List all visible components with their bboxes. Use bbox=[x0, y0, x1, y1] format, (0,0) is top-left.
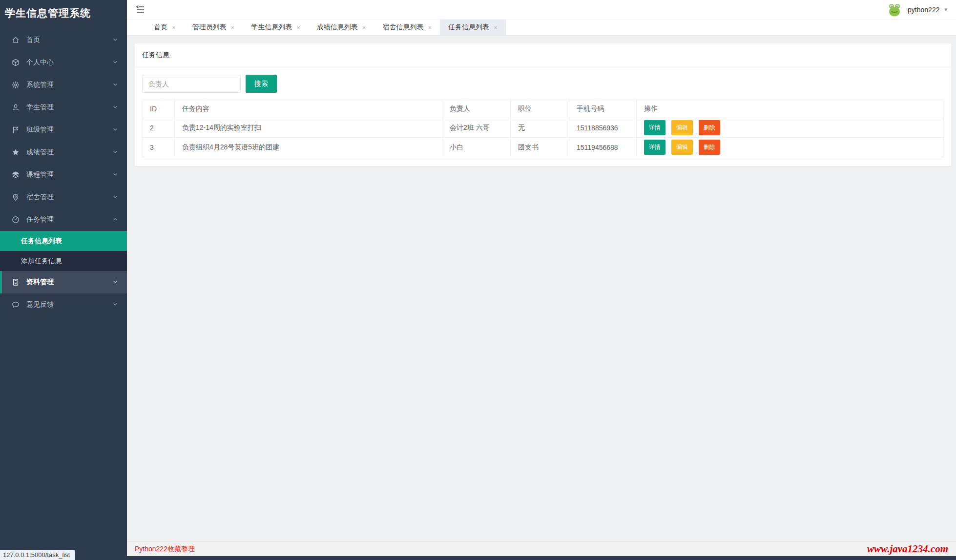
sidebar: 学生信息管理系统 首页 个人中心 系统管理 bbox=[0, 0, 127, 560]
sidebar-item-label: 意见反馈 bbox=[26, 300, 54, 309]
sidebar-item-label: 个人中心 bbox=[26, 58, 54, 67]
close-icon[interactable]: × bbox=[494, 24, 498, 31]
chevron-down-icon bbox=[112, 148, 118, 156]
content-area: 任务信息 搜索 ID 任务内容 bbox=[127, 36, 956, 541]
sidebar-subitem-task-list[interactable]: 任务信息列表 bbox=[0, 231, 127, 251]
card-title: 任务信息 bbox=[135, 43, 951, 67]
col-header-content: 任务内容 bbox=[175, 100, 442, 118]
cell-actions: 详情 编辑 删除 bbox=[637, 138, 944, 157]
footer-left-link[interactable]: Python222收藏整理 bbox=[135, 545, 195, 554]
cell-content: 负责组织4月28号英语5班的团建 bbox=[175, 138, 442, 157]
cell-actions: 详情 编辑 删除 bbox=[637, 118, 944, 138]
chevron-down-icon bbox=[112, 104, 118, 111]
cell-position: 无 bbox=[511, 118, 569, 138]
chevron-down-icon bbox=[112, 301, 118, 309]
cell-id: 2 bbox=[143, 118, 175, 138]
delete-button[interactable]: 删除 bbox=[699, 120, 720, 135]
delete-button[interactable]: 删除 bbox=[699, 140, 720, 155]
top-header: python222 ▾ bbox=[127, 0, 956, 20]
close-icon[interactable]: × bbox=[231, 24, 235, 31]
sidebar-item-label: 首页 bbox=[26, 36, 40, 44]
main-area: python222 ▾ 首页 × 管理员列表 × 学生信息列表 × 成绩信息列表… bbox=[127, 0, 956, 560]
col-header-id: ID bbox=[143, 100, 175, 118]
tab-student-list[interactable]: 学生信息列表 × bbox=[243, 20, 309, 35]
tab-home[interactable]: 首页 × bbox=[145, 20, 184, 35]
sidebar-collapse-icon[interactable] bbox=[135, 4, 145, 15]
sidebar-item-home[interactable]: 首页 bbox=[0, 29, 127, 51]
gauge-icon bbox=[12, 216, 20, 224]
sidebar-item-classes[interactable]: 班级管理 bbox=[0, 119, 127, 141]
tab-label: 首页 bbox=[154, 23, 167, 32]
sidebar-item-feedback[interactable]: 意见反馈 bbox=[0, 293, 127, 316]
chevron-down-icon bbox=[112, 171, 118, 179]
chevron-up-icon bbox=[112, 216, 118, 224]
sidebar-item-label: 宿舍管理 bbox=[26, 193, 54, 202]
task-info-card: 任务信息 搜索 ID 任务内容 bbox=[135, 43, 951, 166]
sidebar-menu: 首页 个人中心 系统管理 学生管理 bbox=[0, 29, 127, 316]
sidebar-item-grades[interactable]: 成绩管理 bbox=[0, 141, 127, 164]
sidebar-subitem-task-add[interactable]: 添加任务信息 bbox=[0, 251, 127, 271]
tab-label: 宿舍信息列表 bbox=[382, 23, 423, 32]
col-header-position: 职位 bbox=[511, 100, 569, 118]
avatar bbox=[886, 1, 903, 18]
doc-icon bbox=[12, 278, 20, 286]
search-button[interactable]: 搜索 bbox=[246, 75, 277, 93]
close-icon[interactable]: × bbox=[362, 24, 366, 31]
chevron-down-icon bbox=[112, 36, 118, 44]
sidebar-item-dorms[interactable]: 宿舍管理 bbox=[0, 186, 127, 208]
detail-button[interactable]: 详情 bbox=[644, 120, 665, 135]
edit-button[interactable]: 编辑 bbox=[671, 140, 693, 155]
table-row: 3 负责组织4月28号英语5班的团建 小白 团支书 15119456688 详情… bbox=[143, 138, 944, 157]
chevron-down-icon: ▾ bbox=[944, 6, 947, 13]
bottom-strip bbox=[127, 556, 956, 560]
col-header-owner: 负责人 bbox=[442, 100, 511, 118]
cube-icon bbox=[12, 59, 20, 66]
user-menu[interactable]: python222 ▾ bbox=[886, 1, 947, 18]
chevron-down-icon bbox=[112, 278, 118, 286]
sidebar-item-tasks[interactable]: 任务管理 bbox=[0, 208, 127, 231]
cell-phone: 15119456688 bbox=[569, 138, 637, 157]
close-icon[interactable]: × bbox=[296, 24, 300, 31]
close-icon[interactable]: × bbox=[428, 24, 432, 31]
chevron-down-icon bbox=[112, 126, 118, 134]
search-row: 搜索 bbox=[142, 75, 944, 93]
tab-admin-list[interactable]: 管理员列表 × bbox=[184, 20, 243, 35]
flag-icon bbox=[12, 126, 20, 134]
home-icon bbox=[12, 36, 20, 44]
cell-owner: 小白 bbox=[442, 138, 511, 157]
sidebar-item-system[interactable]: 系统管理 bbox=[0, 74, 127, 96]
tab-label: 成绩信息列表 bbox=[317, 23, 358, 32]
app-title: 学生信息管理系统 bbox=[0, 0, 127, 25]
tab-grade-list[interactable]: 成绩信息列表 × bbox=[309, 20, 374, 35]
footer: Python222收藏整理 www.java1234.com bbox=[127, 541, 956, 556]
tab-task-list[interactable]: 任务信息列表 × bbox=[440, 20, 506, 35]
edit-button[interactable]: 编辑 bbox=[671, 120, 693, 135]
search-input[interactable] bbox=[142, 75, 241, 93]
sidebar-item-materials[interactable]: 资料管理 bbox=[0, 271, 127, 293]
sidebar-item-label: 课程管理 bbox=[26, 170, 54, 179]
sidebar-item-profile[interactable]: 个人中心 bbox=[0, 51, 127, 74]
tab-label: 任务信息列表 bbox=[448, 23, 489, 32]
star-icon bbox=[12, 148, 20, 156]
sidebar-subitem-label: 添加任务信息 bbox=[21, 257, 62, 266]
sidebar-item-label: 班级管理 bbox=[26, 125, 54, 134]
user-icon bbox=[12, 104, 20, 111]
tab-label: 学生信息列表 bbox=[251, 23, 292, 32]
browser-status-url: 127.0.0.1:5000/task_list bbox=[0, 550, 75, 560]
close-icon[interactable]: × bbox=[172, 24, 176, 31]
cell-id: 3 bbox=[143, 138, 175, 157]
sidebar-item-students[interactable]: 学生管理 bbox=[0, 96, 127, 119]
pin-icon bbox=[12, 193, 20, 201]
sidebar-item-courses[interactable]: 课程管理 bbox=[0, 164, 127, 186]
sidebar-item-label: 任务管理 bbox=[26, 215, 54, 224]
sidebar-item-label: 系统管理 bbox=[26, 81, 54, 89]
col-header-actions: 操作 bbox=[637, 100, 944, 118]
chevron-down-icon bbox=[112, 193, 118, 201]
username-label: python222 bbox=[908, 6, 939, 14]
footer-right-link[interactable]: www.java1234.com bbox=[867, 543, 948, 555]
sidebar-item-label: 成绩管理 bbox=[26, 148, 54, 157]
cell-phone: 15118856936 bbox=[569, 118, 637, 138]
detail-button[interactable]: 详情 bbox=[644, 140, 665, 155]
sidebar-item-label: 学生管理 bbox=[26, 103, 54, 112]
tab-dorm-list[interactable]: 宿舍信息列表 × bbox=[374, 20, 440, 35]
